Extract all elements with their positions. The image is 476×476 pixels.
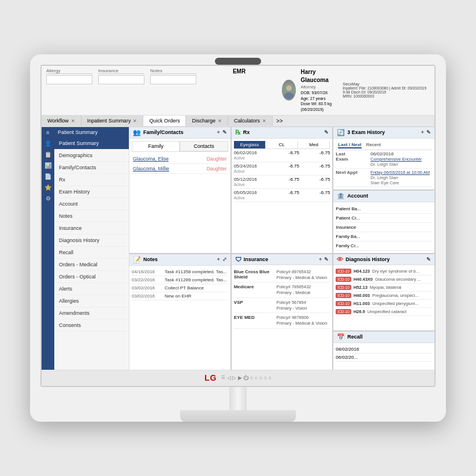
recall-date-2: 06/02/20... [336,355,358,360]
nav-item-alerts[interactable]: Alerts [54,283,129,295]
content-area: 👥 Family/Contacts + ✎ Family Contacts [129,127,434,370]
nav-item-insurance[interactable]: Insurance [54,222,129,235]
rx-date-4: 05/05/2016Active [234,190,269,200]
icd-badge-2: ICD-10 [336,277,351,282]
sidebar-icon-star[interactable]: ⭐ [44,184,51,191]
notes-input[interactable] [150,75,196,84]
nav-item-diagnosis[interactable]: Diagnosis History [54,235,129,247]
icd-badge-1: ICD-10 [336,269,351,274]
tab-more[interactable]: >> [273,116,287,127]
sidebar-icon-doc[interactable]: 📄 [44,173,51,180]
nav-item-rx[interactable]: Rx [54,174,129,186]
lg-logo: LG [204,373,217,382]
account-label-3: Insurance [336,225,384,230]
left-nav-header: Patient Summary [54,127,129,137]
diag-desc-5: Unspecified pterygium... [372,301,432,306]
fc-tab-contacts[interactable]: Contacts [180,141,228,151]
sidebar-icon-chart[interactable]: 📊 [44,162,51,169]
nav-item-consents[interactable]: Consents [54,319,129,332]
rx-tab-med[interactable]: Med [298,141,330,148]
rx-val2-1: -6.75 [299,150,330,161]
nav-item-patient-summary[interactable]: Patient Summary [54,137,129,150]
nav-item-orders-medical[interactable]: Orders - Medical [54,259,129,271]
notes-add-btn[interactable]: + [217,256,220,262]
rx-tab-eyeglass[interactable]: Eyeglass [234,141,266,148]
sidebar-icon-user[interactable]: 👤 [44,140,51,147]
fc-name-2[interactable]: Glaucoma, Millie [133,166,169,172]
panel-recall-title: Recall [347,334,363,340]
family-add-btn[interactable]: + [217,129,220,135]
tab-inpatient[interactable]: Inpatient Summary ✕ [81,116,144,126]
nav-item-notes[interactable]: Notes [54,210,129,222]
rx-tab-cl[interactable]: CL [266,141,298,148]
tab-workflow-close[interactable]: ✕ [71,118,75,124]
fc-relation-1: Daughter [207,156,227,162]
left-nav: Patient Summary Patient Summary Demograp… [54,127,129,370]
tab-quickorders[interactable]: Quick Orders [143,116,186,126]
recall-icon: 📅 [337,333,345,341]
exam-last-type[interactable]: Comprehensive Encounter [370,157,432,162]
notes-expand-btn[interactable]: ⤢ [222,256,227,262]
exam-next-date[interactable]: Friday 06/03/2016 at 10:00 AM [370,170,432,175]
insurance-input[interactable] [98,75,144,84]
panel-exam-actions: + ✎ [421,129,431,135]
recall-date-1: 08/02/2016 [336,347,359,352]
rx-row-4: 05/05/2016Active -6.75 -6.75 [234,189,330,202]
account-label-4: Family Ba... [336,234,384,239]
rx-edit-btn[interactable]: ✎ [324,129,329,135]
notes-row-2: 03/22/2016 Task #11289 completed. Tas... [132,276,228,284]
insurance-edit-btn[interactable]: ✎ [324,256,329,262]
panel-diagnosis-header-left: 👁 Diagnosis History [337,256,390,263]
account-row-5: Family Cr... [336,241,432,251]
allergy-input[interactable] [46,75,92,84]
rx-val1-1: -6.75 [269,150,299,161]
nav-item-family[interactable]: Family/Contacts [54,162,129,174]
panel-rx-title: Rx [243,129,250,135]
ins-details-2: Policy# 78965432Primary - Medical [277,284,330,296]
diag-desc-2: Glaucoma secondary ... [375,277,432,282]
notes-section: Notes [150,68,196,84]
tab-calculators[interactable]: Calculators ✕ [228,116,273,126]
family-edit-btn[interactable]: ✎ [222,129,227,135]
exam-add-btn[interactable]: + [421,129,424,135]
patient-facility-info: SecxMay Inpatient: File: 2100003080 | Ad… [343,82,430,98]
tab-workflow[interactable]: Workflow ✕ [42,116,81,126]
sidebar-icon-gear[interactable]: ⚙ [46,195,51,202]
exam-nav-last[interactable]: Last / Next [338,142,361,148]
insurance-add-btn[interactable]: + [319,256,322,262]
tab-discharge[interactable]: Discharge ✕ [186,116,228,126]
fc-tab-family[interactable]: Family [132,141,180,151]
account-val-5 [384,243,432,248]
tab-discharge-close[interactable]: ✕ [218,118,222,124]
exam-edit-btn[interactable]: ✎ [426,129,431,135]
rx-date-3: 05/12/2016Active [234,177,269,187]
panel-exam-history: 🔄 3 Exam History + ✎ Last / Next [333,127,434,189]
panel-insurance-actions: + ✎ [319,256,329,262]
tab-calculators-close[interactable]: ✕ [262,118,266,124]
panel-recall: 📅 Recall 08/02/2016 06/02/20... [333,332,434,370]
tab-inpatient-close[interactable]: ✕ [133,118,137,124]
diag-code-6: H26.9 [354,309,365,314]
sidebar-icon-menu[interactable]: ≡ [46,129,50,136]
nav-item-recall[interactable]: Recall [54,247,129,259]
nav-item-demographics[interactable]: Demographics [54,150,129,162]
exam-next-row: Next Appt Friday 06/03/2016 at 10:00 AM … [336,169,432,187]
nav-item-allergies[interactable]: Allergies [54,295,129,307]
nav-item-exam-history[interactable]: Exam History [54,186,129,198]
ins-name-1: Blue Cross Blue Shield [234,269,274,281]
panel-exam-body: Last / Next Recent LastExam 06/02/2016 C… [333,139,434,189]
nav-item-amendments[interactable]: Amendments [54,307,129,319]
notes-label: Notes [150,68,196,74]
rx-val1-4: -6.75 [269,190,299,200]
recall-row-1: 08/02/2016 [336,345,432,354]
notes-date-4: 03/02/2016 [132,293,163,299]
panel-family-body: Family Contacts Glaucoma, Elise Daughter… [129,139,230,253]
nav-item-orders-optical[interactable]: Orders - Optical [54,271,129,283]
nav-item-account[interactable]: Account [54,198,129,210]
exam-nav-recent[interactable]: Recent [366,142,381,148]
diagnosis-edit-btn[interactable]: ✎ [426,256,431,262]
fc-name-1[interactable]: Glaucoma, Elise [133,156,169,162]
sidebar-icon-clipboard[interactable]: 📋 [44,151,51,158]
account-label-5: Family Cr... [336,243,384,248]
panel-family-title: Family/Contacts [143,129,184,135]
